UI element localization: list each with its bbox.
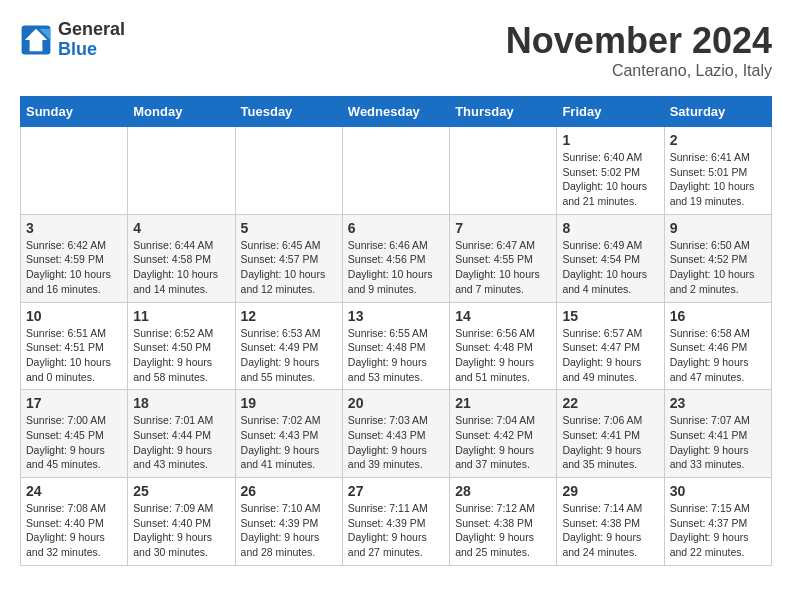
day-number: 24 [26, 483, 122, 499]
day-number: 26 [241, 483, 337, 499]
calendar-cell [128, 127, 235, 215]
day-number: 9 [670, 220, 766, 236]
calendar-cell: 4Sunrise: 6:44 AMSunset: 4:58 PMDaylight… [128, 214, 235, 302]
calendar-cell: 9Sunrise: 6:50 AMSunset: 4:52 PMDaylight… [664, 214, 771, 302]
header-day-thursday: Thursday [450, 97, 557, 127]
calendar-cell: 20Sunrise: 7:03 AMSunset: 4:43 PMDayligh… [342, 390, 449, 478]
calendar-cell: 10Sunrise: 6:51 AMSunset: 4:51 PMDayligh… [21, 302, 128, 390]
day-number: 6 [348, 220, 444, 236]
day-number: 8 [562, 220, 658, 236]
calendar-cell: 15Sunrise: 6:57 AMSunset: 4:47 PMDayligh… [557, 302, 664, 390]
day-info: Sunrise: 6:50 AMSunset: 4:52 PMDaylight:… [670, 238, 766, 297]
calendar-header: SundayMondayTuesdayWednesdayThursdayFrid… [21, 97, 772, 127]
location-subtitle: Canterano, Lazio, Italy [506, 62, 772, 80]
day-info: Sunrise: 7:14 AMSunset: 4:38 PMDaylight:… [562, 501, 658, 560]
header-day-tuesday: Tuesday [235, 97, 342, 127]
day-number: 11 [133, 308, 229, 324]
calendar-cell: 26Sunrise: 7:10 AMSunset: 4:39 PMDayligh… [235, 478, 342, 566]
header-row: SundayMondayTuesdayWednesdayThursdayFrid… [21, 97, 772, 127]
calendar-cell: 23Sunrise: 7:07 AMSunset: 4:41 PMDayligh… [664, 390, 771, 478]
day-number: 3 [26, 220, 122, 236]
calendar-cell: 8Sunrise: 6:49 AMSunset: 4:54 PMDaylight… [557, 214, 664, 302]
week-row-3: 17Sunrise: 7:00 AMSunset: 4:45 PMDayligh… [21, 390, 772, 478]
day-info: Sunrise: 7:10 AMSunset: 4:39 PMDaylight:… [241, 501, 337, 560]
week-row-2: 10Sunrise: 6:51 AMSunset: 4:51 PMDayligh… [21, 302, 772, 390]
calendar-cell: 30Sunrise: 7:15 AMSunset: 4:37 PMDayligh… [664, 478, 771, 566]
day-info: Sunrise: 7:07 AMSunset: 4:41 PMDaylight:… [670, 413, 766, 472]
day-info: Sunrise: 6:44 AMSunset: 4:58 PMDaylight:… [133, 238, 229, 297]
day-info: Sunrise: 6:53 AMSunset: 4:49 PMDaylight:… [241, 326, 337, 385]
week-row-0: 1Sunrise: 6:40 AMSunset: 5:02 PMDaylight… [21, 127, 772, 215]
calendar-cell: 21Sunrise: 7:04 AMSunset: 4:42 PMDayligh… [450, 390, 557, 478]
logo-icon [20, 24, 52, 56]
day-number: 18 [133, 395, 229, 411]
day-number: 7 [455, 220, 551, 236]
day-info: Sunrise: 6:58 AMSunset: 4:46 PMDaylight:… [670, 326, 766, 385]
calendar-cell [450, 127, 557, 215]
day-number: 4 [133, 220, 229, 236]
day-number: 30 [670, 483, 766, 499]
calendar-table: SundayMondayTuesdayWednesdayThursdayFrid… [20, 96, 772, 566]
day-number: 20 [348, 395, 444, 411]
day-info: Sunrise: 7:06 AMSunset: 4:41 PMDaylight:… [562, 413, 658, 472]
calendar-cell: 19Sunrise: 7:02 AMSunset: 4:43 PMDayligh… [235, 390, 342, 478]
day-info: Sunrise: 7:15 AMSunset: 4:37 PMDaylight:… [670, 501, 766, 560]
day-info: Sunrise: 6:55 AMSunset: 4:48 PMDaylight:… [348, 326, 444, 385]
day-info: Sunrise: 7:09 AMSunset: 4:40 PMDaylight:… [133, 501, 229, 560]
day-number: 21 [455, 395, 551, 411]
calendar-body: 1Sunrise: 6:40 AMSunset: 5:02 PMDaylight… [21, 127, 772, 566]
day-info: Sunrise: 7:01 AMSunset: 4:44 PMDaylight:… [133, 413, 229, 472]
calendar-cell [235, 127, 342, 215]
header-day-monday: Monday [128, 97, 235, 127]
week-row-1: 3Sunrise: 6:42 AMSunset: 4:59 PMDaylight… [21, 214, 772, 302]
day-number: 17 [26, 395, 122, 411]
day-info: Sunrise: 6:45 AMSunset: 4:57 PMDaylight:… [241, 238, 337, 297]
day-info: Sunrise: 6:52 AMSunset: 4:50 PMDaylight:… [133, 326, 229, 385]
day-number: 13 [348, 308, 444, 324]
day-info: Sunrise: 7:12 AMSunset: 4:38 PMDaylight:… [455, 501, 551, 560]
calendar-cell: 2Sunrise: 6:41 AMSunset: 5:01 PMDaylight… [664, 127, 771, 215]
calendar-cell: 29Sunrise: 7:14 AMSunset: 4:38 PMDayligh… [557, 478, 664, 566]
calendar-cell: 17Sunrise: 7:00 AMSunset: 4:45 PMDayligh… [21, 390, 128, 478]
calendar-cell: 13Sunrise: 6:55 AMSunset: 4:48 PMDayligh… [342, 302, 449, 390]
calendar-cell: 28Sunrise: 7:12 AMSunset: 4:38 PMDayligh… [450, 478, 557, 566]
day-info: Sunrise: 7:11 AMSunset: 4:39 PMDaylight:… [348, 501, 444, 560]
day-info: Sunrise: 7:03 AMSunset: 4:43 PMDaylight:… [348, 413, 444, 472]
week-row-4: 24Sunrise: 7:08 AMSunset: 4:40 PMDayligh… [21, 478, 772, 566]
logo-text: General Blue [58, 20, 125, 60]
day-number: 23 [670, 395, 766, 411]
header-day-saturday: Saturday [664, 97, 771, 127]
day-info: Sunrise: 7:02 AMSunset: 4:43 PMDaylight:… [241, 413, 337, 472]
day-info: Sunrise: 7:04 AMSunset: 4:42 PMDaylight:… [455, 413, 551, 472]
day-number: 10 [26, 308, 122, 324]
day-info: Sunrise: 6:40 AMSunset: 5:02 PMDaylight:… [562, 150, 658, 209]
day-number: 27 [348, 483, 444, 499]
day-info: Sunrise: 7:08 AMSunset: 4:40 PMDaylight:… [26, 501, 122, 560]
day-info: Sunrise: 6:57 AMSunset: 4:47 PMDaylight:… [562, 326, 658, 385]
calendar-cell: 24Sunrise: 7:08 AMSunset: 4:40 PMDayligh… [21, 478, 128, 566]
day-info: Sunrise: 6:46 AMSunset: 4:56 PMDaylight:… [348, 238, 444, 297]
day-info: Sunrise: 6:47 AMSunset: 4:55 PMDaylight:… [455, 238, 551, 297]
day-number: 29 [562, 483, 658, 499]
day-number: 22 [562, 395, 658, 411]
calendar-cell: 12Sunrise: 6:53 AMSunset: 4:49 PMDayligh… [235, 302, 342, 390]
calendar-cell: 11Sunrise: 6:52 AMSunset: 4:50 PMDayligh… [128, 302, 235, 390]
calendar-cell: 27Sunrise: 7:11 AMSunset: 4:39 PMDayligh… [342, 478, 449, 566]
title-block: November 2024 Canterano, Lazio, Italy [506, 20, 772, 80]
calendar-cell: 16Sunrise: 6:58 AMSunset: 4:46 PMDayligh… [664, 302, 771, 390]
day-info: Sunrise: 7:00 AMSunset: 4:45 PMDaylight:… [26, 413, 122, 472]
calendar-cell [342, 127, 449, 215]
day-info: Sunrise: 6:41 AMSunset: 5:01 PMDaylight:… [670, 150, 766, 209]
day-number: 15 [562, 308, 658, 324]
calendar-cell: 6Sunrise: 6:46 AMSunset: 4:56 PMDaylight… [342, 214, 449, 302]
day-number: 25 [133, 483, 229, 499]
header-day-wednesday: Wednesday [342, 97, 449, 127]
calendar-cell: 14Sunrise: 6:56 AMSunset: 4:48 PMDayligh… [450, 302, 557, 390]
calendar-cell: 7Sunrise: 6:47 AMSunset: 4:55 PMDaylight… [450, 214, 557, 302]
calendar-cell: 22Sunrise: 7:06 AMSunset: 4:41 PMDayligh… [557, 390, 664, 478]
day-number: 14 [455, 308, 551, 324]
calendar-cell: 5Sunrise: 6:45 AMSunset: 4:57 PMDaylight… [235, 214, 342, 302]
calendar-cell: 25Sunrise: 7:09 AMSunset: 4:40 PMDayligh… [128, 478, 235, 566]
calendar-cell: 1Sunrise: 6:40 AMSunset: 5:02 PMDaylight… [557, 127, 664, 215]
day-number: 28 [455, 483, 551, 499]
